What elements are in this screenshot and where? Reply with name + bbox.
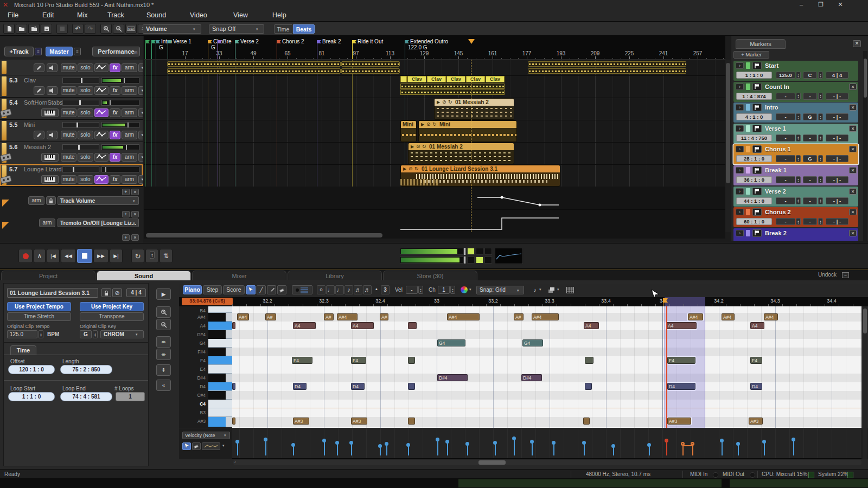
speaker-icon[interactable]: [47, 86, 58, 95]
lane-parameter-dropdown[interactable]: Tremolo On/Off [Lounge Liz...▾: [58, 219, 139, 227]
clip-mute-icon[interactable]: ⊘: [442, 99, 446, 105]
velocity-handle[interactable]: [349, 441, 353, 445]
loop-start-field[interactable]: 1 : 1 : 0: [8, 392, 55, 401]
marker-row-count-in[interactable]: ›Count In✕1 : 4 : 874-▴▾-▴▾- | -: [733, 82, 858, 102]
midi-note[interactable]: [583, 418, 590, 425]
scrollbar-thumb[interactable]: [726, 63, 730, 183]
marker-color-chip[interactable]: [746, 188, 750, 195]
clip-title[interactable]: Clav: [407, 76, 426, 82]
marker-position[interactable]: 11 : 4 : 750: [736, 134, 772, 142]
marker-key[interactable]: -: [803, 218, 817, 225]
track-volume-slider[interactable]: [62, 100, 99, 106]
midi-note-selected[interactable]: A#4: [688, 313, 703, 320]
midi-note[interactable]: [408, 322, 417, 329]
marker-name[interactable]: Chorus 1: [765, 146, 791, 152]
midi-note[interactable]: A#4: [722, 313, 735, 320]
clip-play-icon[interactable]: ▶: [411, 144, 414, 149]
velocity-handle[interactable]: [378, 444, 382, 448]
spinner[interactable]: ▴▾: [796, 134, 801, 142]
midi-note[interactable]: A#: [265, 313, 276, 320]
rewind-button[interactable]: ◀◀: [61, 249, 76, 263]
clip-play-icon[interactable]: ▶: [421, 122, 424, 127]
track-arm-button[interactable]: arm: [122, 175, 137, 184]
audio-clip[interactable]: Mini: [400, 120, 417, 142]
piano-key-white[interactable]: [208, 339, 232, 348]
midi-note[interactable]: [232, 418, 235, 425]
midi-note[interactable]: [232, 383, 235, 390]
midi-note[interactable]: F4: [750, 357, 762, 364]
piano-key-white[interactable]: [208, 400, 232, 408]
note-duration-icon[interactable]: ♩: [335, 285, 344, 294]
clef-icon[interactable]: ♪: [531, 285, 539, 294]
stop-button[interactable]: [77, 249, 92, 263]
marker-expand-icon[interactable]: ›: [736, 188, 744, 195]
layers-icon[interactable]: [547, 286, 557, 294]
master-menu-icon[interactable]: ≡: [74, 48, 81, 55]
chevron-down-icon[interactable]: ▾: [256, 27, 258, 31]
marker-color-chip[interactable]: [746, 84, 750, 90]
maximize-icon[interactable]: ❐: [813, 0, 829, 9]
add-marker-button[interactable]: + Marker: [733, 51, 769, 59]
marker-row-break-1[interactable]: ›Break 1✕36 : 1 : 0-▴▾-▴▾- | -: [733, 165, 858, 185]
midi-note[interactable]: A#: [514, 313, 524, 320]
marker-close-icon[interactable]: ✕: [849, 209, 857, 215]
velocity-field[interactable]: -: [406, 286, 418, 294]
marker-signature[interactable]: - | -: [826, 155, 848, 162]
marker-position[interactable]: 28 : 1 : 0: [736, 155, 772, 162]
v-fit-icon[interactable]: ⇞: [156, 364, 171, 376]
track-auto-button[interactable]: [94, 153, 108, 162]
tab-store-30-[interactable]: Store (30): [383, 271, 477, 281]
offset-field[interactable]: 120 : 1 : 0: [8, 365, 55, 374]
velocity-curve-icon[interactable]: [202, 442, 220, 450]
piano-roll-hscrollbar[interactable]: ‹: [233, 460, 861, 465]
clip-loop-icon[interactable]: ↻: [414, 166, 419, 171]
time-stretch-button[interactable]: Time Stretch: [7, 312, 71, 321]
tab-step[interactable]: Step: [203, 285, 222, 294]
spinner[interactable]: ▴▾: [796, 72, 801, 79]
midi-note-selected[interactable]: D4: [667, 383, 695, 390]
lane-parameter-dropdown[interactable]: Track Volume▾: [58, 196, 139, 205]
track-row-messiah-2[interactable]: 5.6Messiah 2mutesolofxarm▾: [0, 142, 143, 164]
midi-icon[interactable]: MIDI: [125, 24, 137, 34]
add-track-button[interactable]: +Track: [4, 47, 34, 56]
marker-key[interactable]: C: [803, 72, 817, 79]
marker-position[interactable]: 1 : 1 : 0: [736, 72, 772, 79]
marker-color-chip[interactable]: [746, 230, 750, 236]
marker-key[interactable]: -: [803, 134, 817, 142]
spinner[interactable]: ▴▾: [818, 155, 823, 162]
spinner[interactable]: ▴▾: [796, 218, 801, 225]
use-project-key-button[interactable]: Use Project Key: [80, 302, 144, 311]
velocity-handle[interactable]: [493, 441, 497, 445]
velocity-handle[interactable]: [385, 442, 388, 446]
loop-button[interactable]: ↻: [131, 249, 144, 263]
timeline-vscrollbar[interactable]: [725, 60, 731, 232]
audio-clip[interactable]: [167, 61, 341, 74]
menu-item-track[interactable]: Track: [107, 11, 124, 20]
channel-field[interactable]: 1: [438, 286, 450, 294]
marker-expand-icon[interactable]: ›: [736, 146, 744, 152]
lock-icon[interactable]: [46, 196, 56, 205]
marker-signature[interactable]: - | -: [826, 176, 848, 183]
spinner[interactable]: ▴▾: [818, 113, 823, 120]
midi-note-selected[interactable]: F4: [667, 357, 695, 364]
midi-note[interactable]: D#4: [521, 374, 542, 381]
track-auto-button[interactable]: [94, 86, 108, 95]
marker-name[interactable]: Break 1: [765, 167, 787, 174]
velocity-handle[interactable]: [291, 443, 295, 447]
fast-forward-button[interactable]: ▶▶: [93, 249, 108, 263]
grid-settings-icon[interactable]: [565, 286, 575, 294]
collapse-icon[interactable]: «: [156, 380, 171, 391]
undo-icon[interactable]: ↶: [72, 24, 84, 34]
track-row-mini[interactable]: 5.5Minimutesolofxarm▾: [0, 120, 143, 142]
clip-title[interactable]: Clav: [446, 76, 465, 82]
midi-note[interactable]: A#4: [337, 313, 358, 320]
menu-item-video[interactable]: Video: [190, 11, 207, 20]
track-volume-slider[interactable]: [62, 144, 99, 150]
marker-expand-icon[interactable]: ›: [736, 84, 744, 90]
marker-tempo[interactable]: -: [776, 218, 795, 225]
remove-lane-icon[interactable]: ×: [131, 234, 139, 241]
lane-arm-button[interactable]: arm: [28, 196, 44, 205]
spinner[interactable]: ▴▾: [818, 134, 823, 142]
add-lane-button[interactable]: +: [122, 234, 130, 241]
flag-icon[interactable]: [752, 229, 762, 237]
